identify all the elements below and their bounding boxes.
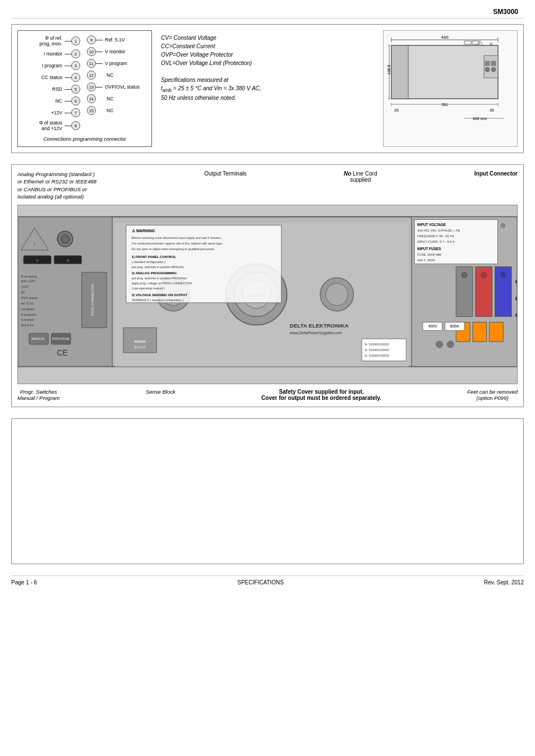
- svg-text:600A: 600A: [450, 325, 459, 329]
- pin15-label: NC: [104, 108, 113, 113]
- model-label: SM3000: [493, 8, 518, 16]
- dimension-svg: 440 ! ⊕ 138.5: [386, 33, 509, 123]
- spec-ovl: OVL=Over Voltage Limit (Protection): [161, 59, 374, 67]
- pin4-circle: 4: [71, 73, 80, 82]
- svg-text:CE: CE: [57, 348, 68, 357]
- svg-text:Sr: 5100001003933: Sr: 5100001003933: [365, 349, 389, 352]
- pin5-label: RSD: [22, 86, 64, 92]
- svg-text:ref. 6.1V: ref. 6.1V: [21, 302, 33, 305]
- svg-text:400V: 400V: [428, 325, 438, 329]
- svg-text:Sr: 5100001003933: Sr: 5100001003933: [365, 354, 389, 357]
- product-image: ! ○ V A Φ of status and +12V +12V NC OVP…: [17, 205, 518, 384]
- spec-measured: Specifications measured at: [161, 76, 374, 84]
- top-section: Φ of ref.prog, mon. 1 I monitor 2 I prog…: [11, 24, 524, 153]
- pin11-circle: 11: [87, 59, 96, 68]
- svg-rect-10: [391, 45, 408, 99]
- pin5-circle: 5: [71, 85, 80, 94]
- svg-text:INPUT FUSES: INPUT FUSES: [417, 247, 441, 251]
- page-wrapper: SM3000 Φ of ref.prog, mon. 1 I monitor 2: [0, 0, 535, 756]
- svg-point-101: [462, 273, 467, 278]
- pin8-label: Φ of statusand +12V: [22, 120, 64, 131]
- svg-text:FREQUENCY 48 - 62 Hz: FREQUENCY 48 - 62 Hz: [417, 234, 454, 238]
- svg-text:3) VOLTAGE SENSING ON OUTPUT: 3) VOLTAGE SENSING ON OUTPUT: [132, 293, 188, 297]
- pin15-circle: 15: [87, 106, 96, 115]
- connector-diagram: Φ of ref.prog, mon. 1 I monitor 2 I prog…: [17, 30, 152, 147]
- svg-text:BLOCK: BLOCK: [135, 345, 146, 349]
- connector-caption: Connections programming connector: [22, 136, 147, 142]
- empty-section: [11, 418, 524, 564]
- svg-text:2) ANALOG PROGRAMMING: 2) ANALOG PROGRAMMING: [132, 272, 177, 275]
- svg-text:L2: L2: [515, 296, 517, 301]
- svg-text:16A T, 250V: 16A T, 250V: [417, 259, 435, 262]
- annotation-no-line-cord: No Line Cordsupplied: [344, 170, 377, 183]
- svg-text:26: 26: [394, 108, 399, 112]
- svg-text:A: A: [67, 259, 70, 262]
- dimension-diagram: 440 ! ⊕ 138.5: [383, 30, 518, 147]
- svg-text:+12V: +12V: [21, 285, 29, 288]
- footer-page: Page 1 - 6: [11, 579, 37, 586]
- bottom-ann-feet: Feet can be removed(option P099): [467, 389, 518, 401]
- svg-text:Ref 6.1V: Ref 6.1V: [21, 324, 34, 328]
- footer-revision: Rev. Sept. 2012: [484, 579, 524, 586]
- spec-cc: CC=Constant Current: [161, 42, 374, 50]
- svg-point-64: [326, 283, 348, 306]
- pin7-circle: 7: [71, 108, 80, 117]
- spec-hz: 50 Hz unless otherwise noted.: [161, 94, 374, 102]
- pin12-circle: 12: [87, 71, 96, 80]
- pin6-label: NC: [22, 98, 64, 104]
- annotation-output-terminals: Output Terminals: [204, 170, 246, 177]
- pin14-label: NC: [104, 96, 113, 102]
- annotation-left-text: Analog Programming (standard ) or Ethern…: [17, 170, 107, 200]
- bottom-ann-sense-block: Sense Block: [146, 389, 176, 395]
- svg-text:apply prog. voltage on PROG CO: apply prog. voltage on PROG CONNECTOR: [132, 282, 192, 285]
- pin10-label: V monitor: [103, 49, 125, 54]
- svg-text:I monitor: I monitor: [21, 319, 34, 322]
- bottom-ann-safety-cover: Safety Cover supplied for input. Cover f…: [261, 389, 381, 401]
- svg-text:V: V: [36, 259, 39, 262]
- svg-text:and +12V: and +12V: [21, 279, 35, 283]
- pin7-label: +12V: [22, 110, 64, 116]
- spec-ovp: OVP=Over Voltage Protector: [161, 50, 374, 59]
- svg-text:NC: NC: [21, 291, 26, 294]
- pin1-circle: 1: [71, 36, 80, 45]
- page-footer: Page 1 - 6 SPECIFICATIONS Rev. Sept. 201…: [11, 575, 524, 586]
- svg-text:⊕: ⊕: [500, 222, 506, 230]
- annotation-top-row: Analog Programming (standard ) or Ethern…: [17, 170, 518, 200]
- svg-point-102: [481, 273, 487, 278]
- svg-text:Φ of status: Φ of status: [21, 275, 37, 279]
- svg-point-111: [447, 341, 454, 348]
- svg-text:L3: L3: [515, 312, 517, 318]
- pin9-circle: 9: [87, 35, 96, 44]
- pin8-circle: 8: [71, 121, 80, 130]
- svg-text:138.5: 138.5: [387, 64, 391, 75]
- annotation-input-connector: Input Connector: [474, 170, 518, 177]
- svg-text:!: !: [34, 241, 35, 247]
- svg-text:440: 440: [441, 35, 449, 40]
- middle-section: Analog Programming (standard ) or Ethern…: [11, 164, 524, 407]
- svg-rect-108: [473, 322, 487, 342]
- svg-text:SENSE: SENSE: [135, 340, 146, 343]
- svg-text:469 mm: 469 mm: [473, 117, 487, 121]
- svg-text:( see operating manual ): ( see operating manual ): [132, 287, 165, 290]
- page-header: SM3000: [11, 6, 524, 19]
- svg-text:INPUT CURR. 8.7 - 9.0 A: INPUT CURR. 8.7 - 9.0 A: [417, 240, 455, 243]
- svg-text:○: ○: [64, 237, 66, 241]
- svg-text:TERMINALS ( standard configura: TERMINALS ( standard configuration ): [132, 298, 184, 302]
- pin3-label: I program: [22, 63, 64, 68]
- pin12-label: NC: [104, 72, 113, 78]
- svg-text:( standard configuration ): ( standard configuration ): [132, 260, 165, 264]
- pin6-circle: 6: [71, 96, 80, 105]
- pin13-label: OVP/OVL status: [103, 84, 140, 90]
- svg-text:Sr: 5100001003933: Sr: 5100001003933: [365, 343, 389, 346]
- spec-tamb: tamb = 25 ± 5 °C and Vin = 3x 380 V AC,: [161, 84, 374, 94]
- svg-text:FUSE 16A8 MM: FUSE 16A8 MM: [417, 253, 441, 256]
- pin4-label: CC status: [22, 75, 64, 80]
- svg-rect-16: [485, 61, 490, 66]
- svg-text:V program: V program: [21, 313, 36, 316]
- svg-text:DELTA ELEKTRONIKA: DELTA ELEKTRONIKA: [290, 323, 349, 329]
- pin1-label: Φ of ref.prog, mon.: [22, 35, 64, 47]
- svg-text:I program: I program: [21, 307, 35, 311]
- svg-text:For continued protection again: For continued protection against risk of…: [132, 242, 223, 245]
- pin3-circle: 3: [71, 61, 80, 70]
- svg-text:PROGRAM: PROGRAM: [52, 337, 70, 340]
